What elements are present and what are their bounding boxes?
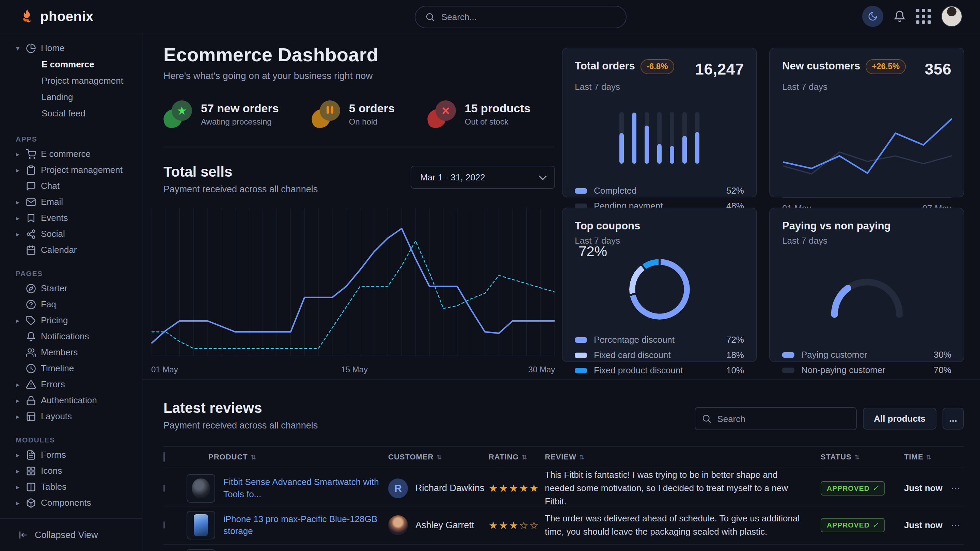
column-header-rating[interactable]: RATING⇅ (488, 453, 545, 462)
column-header-customer[interactable]: CUSTOMER⇅ (388, 453, 488, 462)
avatar: R (388, 478, 408, 498)
reviews-title: Latest reviews (164, 400, 318, 416)
sidebar-item-e-commerce[interactable]: ▸ E commerce (0, 146, 142, 162)
sidebar-item-events[interactable]: ▸ Events (0, 210, 142, 226)
sidebar-item-label: Project management (41, 165, 123, 175)
product-thumbnail[interactable] (186, 511, 215, 540)
row-checkbox[interactable] (164, 521, 165, 529)
row-menu-button[interactable]: ⋯ (948, 483, 964, 494)
sidebar-item-e-commerce[interactable]: E commerce (0, 56, 142, 73)
sidebar-item-pricing[interactable]: ▸ Pricing (0, 313, 142, 329)
theme-toggle-button[interactable] (862, 6, 883, 27)
reviews-subtitle: Payment received across all channels (164, 420, 318, 431)
card-period: Last 7 days (575, 82, 744, 92)
total-sells-title: Total sells (164, 164, 318, 180)
sidebar-item-label: Icons (41, 465, 62, 476)
sidebar-item-starter[interactable]: Starter (0, 280, 142, 297)
warning-blob-icon (312, 100, 340, 128)
stat-subtitle: Awating processing (201, 117, 279, 127)
sidebar-item-authentication[interactable]: ▸ Authentication (0, 392, 142, 408)
legend-swatch (782, 352, 794, 358)
stat-subtitle: Out of stock (465, 117, 531, 127)
product-link[interactable]: Fitbit Sense Advanced Smartwatch with To… (223, 476, 388, 500)
legend-value: 18% (726, 350, 744, 360)
notifications-button[interactable] (894, 10, 906, 22)
product-thumbnail[interactable] (186, 474, 215, 503)
sidebar-item-label: Layouts (41, 411, 72, 422)
moon-icon (868, 11, 878, 21)
search-icon (702, 413, 712, 424)
caret-right-icon: ▸ (14, 451, 21, 459)
change-badge: -6.8% (641, 59, 674, 74)
sidebar-item-members[interactable]: Members (0, 345, 142, 360)
row-menu-button[interactable]: ⋯ (948, 520, 964, 531)
legend-swatch (575, 188, 587, 194)
reviews-search[interactable] (695, 407, 857, 430)
reviews-table: PRODUCT⇅ CUSTOMER⇅ RATING⇅ REVIEW⇅ STATU… (164, 446, 964, 551)
sidebar-item-social-feed[interactable]: Social feed (0, 105, 142, 122)
sidebar-item-tables[interactable]: ▸ Tables (0, 479, 142, 495)
sidebar-item-label: Faq (41, 299, 56, 310)
sidebar-item-project-management[interactable]: ▸ Project management (0, 162, 142, 178)
sidebar-item-faq[interactable]: Faq (0, 297, 142, 313)
sidebar-collapse-toggle[interactable]: Collapsed View (0, 518, 142, 551)
column-header-review[interactable]: REVIEW⇅ (545, 453, 821, 462)
customer-name[interactable]: Ashley Garrett (415, 520, 474, 530)
legend-item: Fixed product discount 10% (575, 365, 744, 376)
alert-triangle-icon (26, 380, 36, 390)
caret-right-icon: ▸ (14, 381, 21, 389)
sidebar-item-calendar[interactable]: Calendar (0, 242, 142, 258)
row-checkbox[interactable] (164, 484, 165, 492)
all-products-button[interactable]: All products (863, 408, 936, 429)
sidebar-item-forms[interactable]: ▸ Forms (0, 447, 142, 463)
column-header-product[interactable]: PRODUCT⇅ (184, 453, 388, 462)
dashboard-header-section: Ecommerce Dashboard Here's what's going … (164, 44, 555, 377)
reviews-search-input[interactable] (716, 408, 847, 430)
sidebar-item-timeline[interactable]: Timeline (0, 360, 142, 376)
card-period: Last 7 days (782, 82, 951, 92)
check-icon: ✓ (872, 484, 879, 492)
sidebar-item-notifications[interactable]: Notifications (0, 329, 142, 345)
sidebar-item-errors[interactable]: ▸ Errors (0, 376, 142, 392)
legend-item: Paying customer 30% (782, 349, 951, 360)
user-avatar[interactable] (941, 6, 962, 27)
topbar-search-input[interactable] (441, 11, 616, 23)
caret-right-icon: ▸ (14, 483, 21, 491)
customer-name[interactable]: Richard Dawkins (415, 483, 485, 494)
clipboard-icon (26, 165, 36, 175)
bell-icon (894, 10, 906, 22)
sidebar-item-label: Events (41, 213, 68, 223)
sidebar-item-project-management[interactable]: Project management (0, 73, 142, 89)
sidebar-section-apps: APPS (0, 132, 142, 146)
success-blob-icon: ★ (164, 100, 192, 128)
select-all-checkbox[interactable] (164, 452, 165, 462)
legend-value: 30% (934, 349, 951, 360)
sidebar-item-icons[interactable]: ▸ Icons (0, 463, 142, 479)
sidebar-item-components[interactable]: ▸ Components (0, 495, 142, 511)
sidebar-item-home[interactable]: ▾ Home (0, 40, 142, 56)
column-header-status[interactable]: STATUS⇅ (821, 453, 904, 462)
sidebar-item-chat[interactable]: Chat (0, 178, 142, 194)
sidebar-item-email[interactable]: ▸ Email (0, 194, 142, 210)
product-link[interactable]: iPhone 13 pro max-Pacific Blue-128GB sto… (223, 513, 388, 537)
sidebar-item-social[interactable]: ▸ Social (0, 226, 142, 242)
legend-swatch (575, 337, 587, 343)
reviews-more-button[interactable]: ... (943, 408, 964, 429)
column-header-time[interactable]: TIME⇅ (904, 453, 948, 462)
apps-menu-button[interactable] (916, 9, 931, 24)
layout-icon (26, 411, 36, 422)
brand[interactable]: phoenix (0, 8, 94, 24)
bookmark-icon (26, 213, 36, 223)
stat-5-orders: 5 orders On hold (312, 100, 395, 128)
coupons-donut-chart (629, 259, 690, 319)
pie-chart-icon (26, 43, 36, 54)
help-circle-icon (26, 300, 36, 310)
date-range-select[interactable]: Mar 1 - 31, 2022 (410, 166, 555, 189)
sidebar-item-landing[interactable]: Landing (0, 89, 142, 105)
chevron-down-icon (539, 173, 547, 180)
legend-item: Percentage discount 72% (575, 335, 744, 345)
sidebar-item-layouts[interactable]: ▸ Layouts (0, 408, 142, 424)
topbar-search[interactable] (415, 6, 627, 28)
tag-icon (26, 316, 36, 326)
grid-icon (26, 466, 36, 476)
